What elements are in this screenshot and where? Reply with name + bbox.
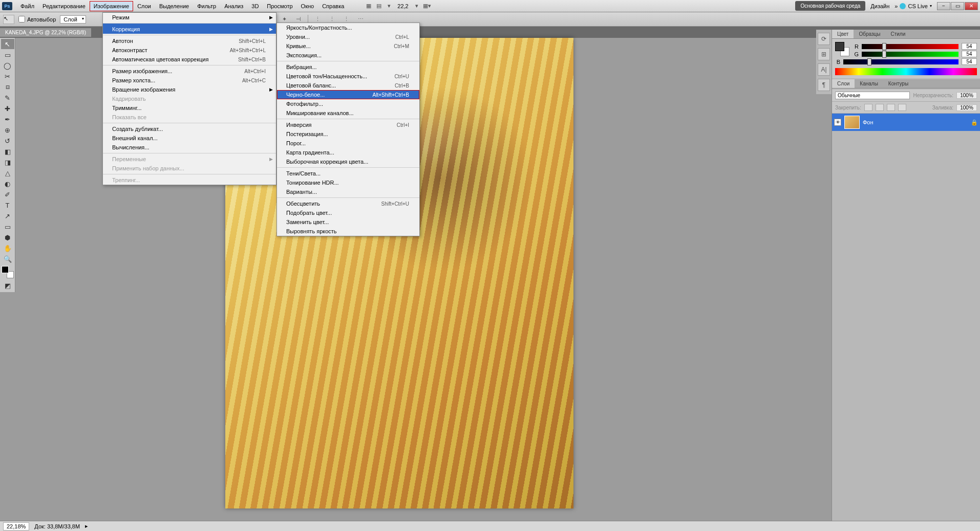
workspace-secondary-button[interactable]: Дизайн (867, 3, 892, 9)
hue-strip[interactable] (835, 68, 977, 75)
r-slider[interactable] (862, 44, 958, 49)
menu-item-заменитьцвет[interactable]: Заменить цвет... (277, 217, 419, 227)
zoom-tool-icon[interactable]: 🔍 (1, 254, 14, 264)
menu-item-выборочнаякоррекцияцвета[interactable]: Выборочная коррекция цвета... (277, 157, 419, 166)
stamp-tool-icon[interactable]: ⊕ (1, 125, 14, 135)
visibility-eye-icon[interactable]: 👁 (834, 119, 841, 126)
tab-color[interactable]: Цвет (832, 30, 854, 38)
menu-item-автоматическаяцветоваякоррекция[interactable]: Автоматическая цветовая коррекцияShift+C… (103, 55, 276, 64)
quick-mask-icon[interactable]: ◩ (1, 280, 14, 291)
menu-item-кривые[interactable]: Кривые...Ctrl+M (277, 41, 419, 51)
menu-item-внешнийканал[interactable]: Внешний канал... (103, 134, 276, 143)
menu-help[interactable]: Справка (318, 1, 348, 11)
menu-item-порог[interactable]: Порог... (277, 139, 419, 148)
opacity-value[interactable]: 100% (956, 92, 977, 99)
move-tool-icon[interactable]: ↖ (1, 39, 14, 49)
menu-item-микшированиеканалов[interactable]: Микширование каналов... (277, 108, 419, 118)
menu-3d[interactable]: 3D (247, 1, 263, 11)
gradient-tool-icon[interactable]: ◨ (1, 157, 14, 167)
dodge-tool-icon[interactable]: ◐ (1, 179, 14, 189)
menu-item-тонированиеhdr[interactable]: Тонирование HDR... (277, 178, 419, 187)
history-panel-icon[interactable]: ⟳ (818, 33, 830, 45)
menu-item-тримминг[interactable]: Тримминг... (103, 103, 276, 113)
fill-value[interactable]: 100% (956, 104, 977, 111)
status-arrow-icon[interactable]: ▸ (85, 523, 88, 529)
g-value[interactable]: 54 (962, 51, 977, 57)
menu-filter[interactable]: Фильтр (193, 1, 220, 11)
color-swatch-pair[interactable] (835, 42, 849, 56)
tab-channels[interactable]: Каналы (855, 79, 883, 88)
menu-item-выровнятьяркость[interactable]: Выровнять яркость (277, 227, 419, 236)
menu-layers[interactable]: Слои (133, 1, 155, 11)
toolbar-icon[interactable]: ▦▾ (422, 2, 432, 11)
close-button[interactable]: ✕ (965, 2, 978, 10)
marquee-tool-icon[interactable]: ▭ (1, 50, 14, 60)
b-slider[interactable] (843, 59, 958, 64)
menu-view[interactable]: Просмотр (263, 1, 296, 11)
menu-item-размеризображения[interactable]: Размер изображения...Alt+Ctrl+I (103, 65, 276, 76)
hand-tool-icon[interactable]: ✋ (1, 243, 14, 253)
tab-styles[interactable]: Стили (885, 30, 910, 38)
blend-mode-dropdown[interactable]: Обычные (835, 92, 910, 99)
menu-item-автотон[interactable]: АвтотонShift+Ctrl+L (103, 35, 276, 46)
lock-image-icon[interactable] (876, 104, 884, 111)
menu-item-уровни[interactable]: Уровни...Ctrl+L (277, 32, 419, 41)
minimize-button[interactable]: − (937, 2, 950, 10)
menu-window[interactable]: Окно (297, 1, 318, 11)
properties-panel-icon[interactable]: ⊞ (818, 48, 830, 60)
autoselect-checkbox[interactable]: Автовыбор (18, 16, 56, 23)
menu-analysis[interactable]: Анализ (220, 1, 247, 11)
zoom-level[interactable]: 22,2 (394, 2, 411, 10)
menu-item-яркостьконтрастность[interactable]: Яркость/Контрастность... (277, 23, 419, 32)
lock-all-icon[interactable] (898, 104, 906, 111)
menu-item-картаградиента[interactable]: Карта градиента... (277, 148, 419, 157)
menu-item-коррекция[interactable]: Коррекция▶ (103, 23, 276, 34)
pen-tool-icon[interactable]: ✐ (1, 189, 14, 200)
menu-item-тенисвета[interactable]: Тени/Света... (277, 167, 419, 178)
eyedropper-tool-icon[interactable]: ✎ (1, 93, 14, 103)
menu-item-автоконтраст[interactable]: АвтоконтрастAlt+Shift+Ctrl+L (103, 46, 276, 55)
shape-tool-icon[interactable]: ▭ (1, 222, 14, 232)
character-panel-icon[interactable]: A| (818, 63, 830, 76)
tab-paths[interactable]: Контуры (883, 79, 913, 88)
menu-item-подобратьцвет[interactable]: Подобрать цвет... (277, 208, 419, 217)
cslive-button[interactable]: CS Live▾ (900, 3, 932, 9)
layer-row[interactable]: 👁 Фон 🔒 (832, 114, 980, 131)
lasso-tool-icon[interactable]: ◯ (1, 60, 14, 71)
toolbar-icon[interactable]: ▾ (412, 2, 422, 11)
tab-layers[interactable]: Слои (832, 79, 855, 88)
status-zoom[interactable]: 22,18% (3, 522, 29, 530)
lock-position-icon[interactable] (887, 104, 895, 111)
menu-item-создатьдубликат[interactable]: Создать дубликат... (103, 123, 276, 134)
heal-tool-icon[interactable]: ✚ (1, 103, 14, 114)
menu-file[interactable]: Файл (16, 1, 38, 11)
menu-image[interactable]: Изображение (90, 1, 133, 11)
toolbar-icon[interactable]: ▾ (384, 2, 394, 11)
paragraph-panel-icon[interactable]: ¶ (818, 79, 830, 91)
menu-item-цветовойбаланс[interactable]: Цветовой баланс...Ctrl+B (277, 81, 419, 90)
menu-item-инверсия[interactable]: ИнверсияCtrl+I (277, 119, 419, 129)
menu-item-фотофильтр[interactable]: Фотофильтр... (277, 99, 419, 108)
menu-item-вычисления[interactable]: Вычисления... (103, 143, 276, 152)
menu-item-варианты[interactable]: Варианты... (277, 187, 419, 196)
menu-item-цветовойтоннасыщенность[interactable]: Цветовой тон/Насыщенность...Ctrl+U (277, 72, 419, 81)
r-value[interactable]: 54 (962, 43, 977, 50)
menu-item-экспозиция[interactable]: Экспозиция... (277, 51, 419, 60)
toolbar-icon[interactable]: ▤ (374, 2, 384, 11)
menu-item-чернобелое[interactable]: Черно-белое...Alt+Shift+Ctrl+B (277, 90, 419, 99)
workspace-more-icon[interactable]: » (894, 3, 898, 9)
lock-transparency-icon[interactable] (864, 104, 872, 111)
type-tool-icon[interactable]: T (1, 200, 14, 210)
layer-select-dropdown[interactable]: Слой (60, 15, 86, 24)
move-tool-preset-icon[interactable]: ↖ (3, 15, 14, 24)
maximize-button[interactable]: ▭ (951, 2, 964, 10)
menu-item-вибрация[interactable]: Вибрация... (277, 61, 419, 72)
crop-tool-icon[interactable]: ⧈ (1, 82, 14, 92)
workspace-primary-button[interactable]: Основная рабочая среда (795, 1, 865, 11)
menu-item-вращениеизображения[interactable]: Вращение изображения▶ (103, 85, 276, 94)
menu-item-постеризация[interactable]: Постеризация... (277, 129, 419, 139)
brush-tool-icon[interactable]: ✒ (1, 114, 14, 124)
menu-item-обесцветить[interactable]: ОбесцветитьShift+Ctrl+U (277, 197, 419, 208)
3d-tool-icon[interactable]: ⬢ (1, 232, 14, 242)
g-slider[interactable] (862, 52, 958, 57)
